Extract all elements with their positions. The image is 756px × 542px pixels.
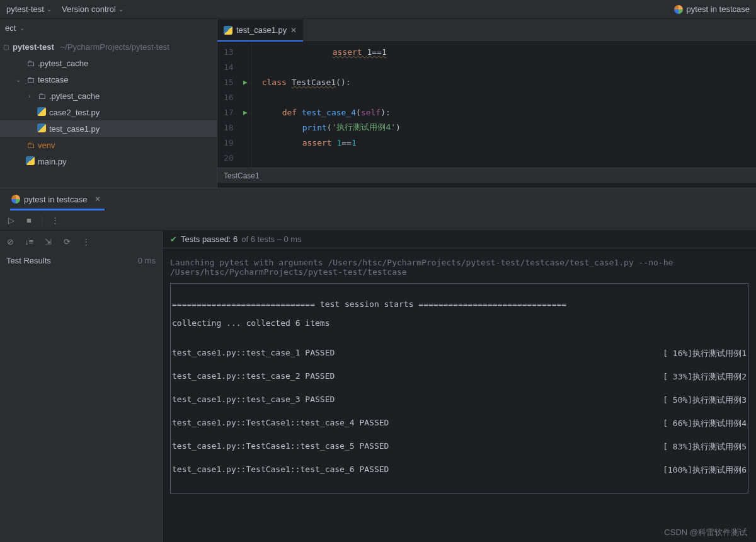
breadcrumb-item: TestCase1 [224, 171, 260, 180]
test-result-row: test_case1.py::test_case_2 PASSED[ 33%]执… [172, 370, 747, 384]
chevron-down-icon: ⌄ [47, 6, 52, 13]
test-result-row: test_case1.py::TestCase1::test_case_5 PA… [172, 440, 747, 454]
test-result-left: test_case1.py::test_case_1 PASSED [172, 348, 335, 359]
line-number: 13 [224, 47, 234, 57]
tree-item-label: main.py [38, 157, 67, 166]
run-gutter-icon[interactable]: ▶ [239, 108, 248, 117]
test-result-row: test_case1.py::TestCase1::test_case_6 PA… [172, 463, 747, 477]
python-icon [224, 26, 232, 35]
editor-tab-bar: test_case1.py ✕ [217, 19, 756, 42]
test-tree-toolbar: ⊘ ↓≡ ⇲ ⟳ ⋮ [0, 231, 162, 252]
run-config[interactable]: pytest in testcase [674, 4, 750, 14]
code-area[interactable]: 131415▶1617▶181920 assert 1==1 class Tes… [217, 42, 756, 168]
gutter-row: 13 [224, 44, 248, 59]
editor-tab[interactable]: test_case1.py ✕ [217, 20, 303, 42]
test-result-left: test_case1.py::TestCase1::test_case_4 PA… [172, 418, 389, 429]
test-result-row: test_case1.py::test_case_1 PASSED[ 16%]执… [172, 347, 747, 360]
chevron-icon[interactable]: › [25, 93, 34, 100]
tree-item-label: .pytest_cache [38, 59, 88, 68]
gutter-row: 18 [224, 120, 248, 135]
line-number: 14 [224, 62, 234, 72]
test-result-right: [ 83%]执行测试用例5 [663, 441, 747, 453]
project-menu[interactable]: pytest-test ⌄ [6, 4, 52, 14]
chevron-icon[interactable]: ⌄ [14, 76, 23, 83]
tree-item[interactable]: 🗀.pytest_cache [0, 55, 217, 71]
line-number: 19 [224, 138, 234, 147]
rerun-icon[interactable]: ▷ [6, 216, 16, 226]
test-results-time: 0 ms [138, 256, 156, 265]
console-line: collecting ... collected 6 items [172, 318, 747, 328]
test-result-right: [ 16%]执行测试用例1 [663, 348, 747, 359]
test-result-right: [ 50%]执行测试用例3 [663, 395, 747, 406]
pytest-icon [674, 5, 683, 14]
tree-item[interactable]: test_case1.py [0, 120, 217, 137]
expand-icon[interactable]: ⇲ [43, 236, 53, 246]
chevron-down-icon: ⌄ [118, 6, 123, 13]
gutter-row: 20 [224, 150, 248, 165]
gutter-row: 19 [224, 135, 248, 150]
status-rest: of 6 tests – 0 ms [241, 234, 301, 244]
folder-icon: ▢ [1, 43, 10, 50]
test-result-right: [ 33%]执行测试用例2 [663, 371, 747, 383]
line-number: 16 [224, 93, 234, 102]
test-result-left: test_case1.py::TestCase1::test_case_6 PA… [172, 464, 389, 476]
history-icon[interactable]: ⟳ [62, 236, 72, 246]
close-icon[interactable]: ✕ [94, 195, 101, 204]
tree-item[interactable]: 🗀venv [0, 137, 217, 153]
folder-icon: 🗀 [37, 91, 47, 101]
run-panel-tabs: pytest in testcase ✕ [0, 188, 756, 210]
project-tree: ▢ pytest-test ~/PycharmProjects/pytest-t… [0, 37, 217, 171]
tree-root[interactable]: ▢ pytest-test ~/PycharmProjects/pytest-t… [0, 38, 217, 55]
divider [42, 215, 42, 226]
test-result-left: test_case1.py::TestCase1::test_case_5 PA… [172, 441, 389, 453]
console-output: ============================= test sessi… [170, 283, 748, 493]
run-body: ⊘ ↓≡ ⇲ ⟳ ⋮ Test Results 0 ms ✔ Tests pas… [0, 231, 756, 542]
check-icon: ✔ [170, 234, 177, 244]
vcs-menu[interactable]: Version control ⌄ [62, 4, 123, 14]
editor-tab-label: test_case1.py [236, 25, 287, 35]
test-result-row: test_case1.py::test_case_3 PASSED[ 50%]执… [172, 393, 747, 407]
vcs-menu-label: Version control [62, 4, 116, 14]
line-number: 17 [224, 108, 234, 117]
run-gutter-icon[interactable]: ▶ [239, 78, 248, 86]
tree-item-label: .pytest_cache [49, 91, 100, 101]
tree-item-label: testcase [38, 75, 68, 84]
console-line: ============================= test sessi… [172, 299, 747, 309]
more-icon[interactable]: ⋮ [50, 216, 60, 226]
line-number: 15 [224, 78, 234, 87]
folder-icon: 🗀 [25, 59, 35, 68]
top-bar: pytest-test ⌄ Version control ⌄ pytest i… [0, 0, 756, 19]
run-toolbar: ▷ ■ ⋮ [0, 210, 756, 231]
folder-icon: 🗀 [25, 75, 35, 84]
sort-icon[interactable]: ↓≡ [24, 236, 34, 246]
project-dropdown[interactable]: ect ⌄ [0, 19, 217, 37]
breadcrumb[interactable]: TestCase1 [217, 168, 756, 183]
code[interactable]: assert 1==1 class TestCase1(): def test_… [252, 42, 401, 168]
tree-item[interactable]: main.py [0, 153, 217, 170]
test-results-node[interactable]: Test Results 0 ms [0, 252, 162, 269]
test-result-left: test_case1.py::test_case_3 PASSED [172, 395, 335, 406]
console[interactable]: Launching pytest with arguments /Users/h… [163, 248, 756, 520]
line-number: 20 [224, 153, 234, 163]
run-config-label: pytest in testcase [687, 4, 750, 14]
close-icon[interactable]: ✕ [290, 26, 297, 35]
tree-root-path: ~/PycharmProjects/pytest-test [60, 42, 169, 52]
tree-item-label: case2_test.py [49, 108, 100, 117]
test-result-right: [100%]执行测试用例6 [663, 464, 747, 476]
run-tab[interactable]: pytest in testcase ✕ [10, 188, 105, 210]
editor-pane: test_case1.py ✕ 131415▶1617▶181920 asser… [217, 19, 756, 188]
tree-item[interactable]: ⌄🗀testcase [0, 71, 217, 88]
tree-item-label: test_case1.py [49, 124, 100, 134]
test-status-bar: ✔ Tests passed: 6 of 6 tests – 0 ms [163, 231, 756, 248]
gutter-row: 15▶ [224, 74, 248, 89]
console-line: Launching pytest with arguments /Users/h… [170, 258, 673, 267]
stop-icon[interactable]: ■ [24, 216, 34, 226]
more-icon[interactable]: ⋮ [81, 236, 91, 246]
tree-item[interactable]: ›🗀.pytest_cache [0, 88, 217, 104]
disable-icon[interactable]: ⊘ [5, 236, 15, 246]
tree-root-label: pytest-test [13, 42, 54, 52]
tree-item[interactable]: case2_test.py [0, 104, 217, 120]
python-icon [37, 107, 47, 118]
test-result-left: test_case1.py::test_case_2 PASSED [172, 371, 335, 383]
python-icon [37, 124, 47, 134]
